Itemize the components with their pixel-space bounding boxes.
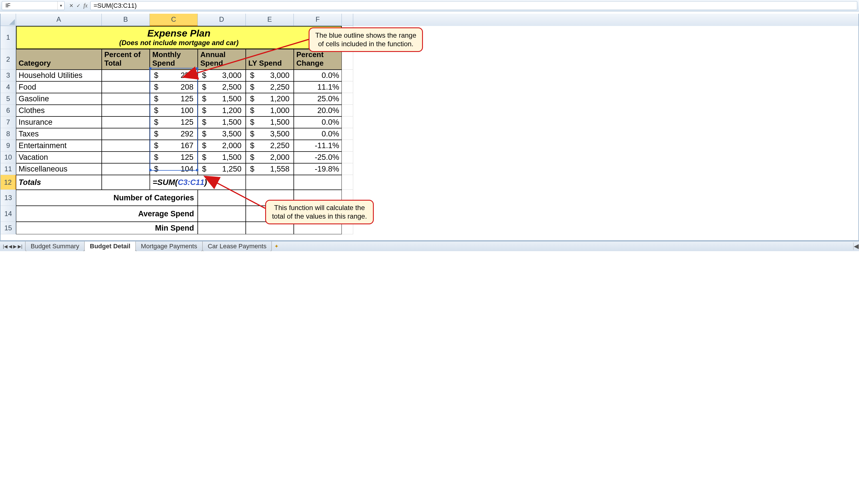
row-header-13[interactable]: 13 xyxy=(1,190,16,206)
cell-category[interactable]: Clothes xyxy=(16,105,102,116)
header-ly-spend[interactable]: LY Spend xyxy=(246,49,294,69)
row-header-10[interactable]: 10 xyxy=(1,152,16,163)
cell-ly-spend[interactable]: $3,000 xyxy=(246,69,294,81)
col-header-A[interactable]: A xyxy=(16,14,102,26)
row-header-5[interactable]: 5 xyxy=(1,93,16,105)
cell-G8[interactable] xyxy=(342,128,353,140)
enter-formula-icon[interactable]: ✓ xyxy=(76,3,80,9)
cell-monthly-spend[interactable]: $208 xyxy=(150,81,198,93)
col-header-C[interactable]: C xyxy=(150,14,198,26)
cell-D13[interactable] xyxy=(198,190,246,206)
header-percent-total[interactable]: Percent of Total xyxy=(102,49,150,69)
cell-G11[interactable] xyxy=(342,163,353,175)
cell-monthly-spend[interactable]: $125 xyxy=(150,116,198,128)
cell-G10[interactable] xyxy=(342,152,353,163)
tab-next-icon[interactable]: ▶ xyxy=(13,244,17,249)
row-header-4[interactable]: 4 xyxy=(1,81,16,93)
row-header-9[interactable]: 9 xyxy=(1,140,16,152)
header-category[interactable]: Category xyxy=(16,49,102,69)
tab-prev-icon[interactable]: ◀ xyxy=(9,244,12,249)
tab-last-icon[interactable]: ▶| xyxy=(18,244,22,249)
cell-ly-spend[interactable]: $1,558 xyxy=(246,163,294,175)
col-header-G[interactable] xyxy=(342,14,353,26)
col-header-D[interactable]: D xyxy=(198,14,246,26)
cell-percent-change[interactable]: -19.8% xyxy=(294,163,342,175)
cell-percent-total[interactable] xyxy=(102,93,150,105)
cell-percent-change[interactable]: 25.0% xyxy=(294,93,342,105)
cell-ly-spend[interactable]: $1,200 xyxy=(246,93,294,105)
cell-D15[interactable] xyxy=(198,222,246,234)
cell-annual-spend[interactable]: $1,500 xyxy=(198,152,246,163)
cell-E12[interactable] xyxy=(246,175,294,190)
cell-percent-change[interactable]: -25.0% xyxy=(294,152,342,163)
header-annual-spend[interactable]: Annual Spend xyxy=(198,49,246,69)
cell-G3[interactable] xyxy=(342,69,353,81)
col-header-F[interactable]: F xyxy=(294,14,342,26)
cell-category[interactable]: Entertainment xyxy=(16,140,102,152)
cell-annual-spend[interactable]: $2,000 xyxy=(198,140,246,152)
cell-percent-change[interactable]: 20.0% xyxy=(294,105,342,116)
cell-monthly-spend[interactable]: $125 xyxy=(150,152,198,163)
cell-F12[interactable] xyxy=(294,175,342,190)
tab-car-lease-payments[interactable]: Car Lease Payments xyxy=(202,241,272,251)
header-percent-change[interactable]: Percent Change xyxy=(294,49,342,69)
cell-annual-spend[interactable]: $2,500 xyxy=(198,81,246,93)
cell-monthly-spend[interactable]: $292 xyxy=(150,128,198,140)
cell-percent-change[interactable]: 11.1% xyxy=(294,81,342,93)
cell-category[interactable]: Household Utilities xyxy=(16,69,102,81)
cell-annual-spend[interactable]: $1,250 xyxy=(198,163,246,175)
cell-num-categories-label[interactable]: Number of Categories xyxy=(16,190,198,206)
cell-annual-spend[interactable]: $1,500 xyxy=(198,116,246,128)
col-header-E[interactable]: E xyxy=(246,14,294,26)
cell-G2[interactable] xyxy=(342,49,353,69)
tab-mortgage-payments[interactable]: Mortgage Payments xyxy=(135,241,202,251)
cell-annual-spend[interactable]: $1,200 xyxy=(198,105,246,116)
name-box-dropdown-icon[interactable]: ▼ xyxy=(58,1,64,10)
cell-annual-spend[interactable]: $3,000 xyxy=(198,69,246,81)
row-header-14[interactable]: 14 xyxy=(1,206,16,222)
row-header-2[interactable]: 2 xyxy=(1,49,16,69)
cell-min-spend-label[interactable]: Min Spend xyxy=(16,222,198,234)
cell-percent-total[interactable] xyxy=(102,105,150,116)
cell-category[interactable]: Insurance xyxy=(16,116,102,128)
row-header-6[interactable]: 6 xyxy=(1,105,16,116)
cell-monthly-spend[interactable]: $250 xyxy=(150,69,198,81)
cancel-formula-icon[interactable]: ✕ xyxy=(69,3,73,9)
cell-totals-label[interactable]: Totals xyxy=(16,175,102,190)
cell-G4[interactable] xyxy=(342,81,353,93)
cell-ly-spend[interactable]: $2,250 xyxy=(246,140,294,152)
row-header-12[interactable]: 12 xyxy=(1,175,16,190)
cell-avg-spend-label[interactable]: Average Spend xyxy=(16,206,198,222)
cell-category[interactable]: Gasoline xyxy=(16,93,102,105)
cell-percent-total[interactable] xyxy=(102,128,150,140)
cell-category[interactable]: Food xyxy=(16,81,102,93)
cell-annual-spend[interactable]: $3,500 xyxy=(198,128,246,140)
tab-budget-detail[interactable]: Budget Detail xyxy=(84,241,136,251)
name-box[interactable]: IF ▼ xyxy=(2,1,64,10)
cell-G9[interactable] xyxy=(342,140,353,152)
cell-percent-total[interactable] xyxy=(102,69,150,81)
cell-percent-total[interactable] xyxy=(102,116,150,128)
cell-percent-change[interactable]: 0.0% xyxy=(294,128,342,140)
select-all-corner[interactable] xyxy=(1,14,16,26)
cell-category[interactable]: Taxes xyxy=(16,128,102,140)
formula-input[interactable]: =SUM(C3:C11) xyxy=(90,1,857,10)
cell-active-formula[interactable]: =SUM(C3:C11) xyxy=(150,175,246,190)
tab-first-icon[interactable]: |◀ xyxy=(3,244,7,249)
row-header-8[interactable]: 8 xyxy=(1,128,16,140)
col-header-B[interactable]: B xyxy=(102,14,150,26)
cell-percent-change[interactable]: 0.0% xyxy=(294,69,342,81)
tab-scroll-right-icon[interactable]: ◀ xyxy=(853,242,859,250)
cell-percent-total[interactable] xyxy=(102,163,150,175)
cell-monthly-spend[interactable]: $167 xyxy=(150,140,198,152)
row-header-1[interactable]: 1 xyxy=(1,26,16,49)
title-cell[interactable]: Expense Plan (Does not include mortgage … xyxy=(16,26,342,49)
cell-ly-spend[interactable]: $1,500 xyxy=(246,116,294,128)
cell-monthly-spend[interactable]: $100 xyxy=(150,105,198,116)
cell-category[interactable]: Vacation xyxy=(16,152,102,163)
row-header-15[interactable]: 15 xyxy=(1,222,16,234)
cell-category[interactable]: Miscellaneous xyxy=(16,163,102,175)
row-header-11[interactable]: 11 xyxy=(1,163,16,175)
cell-percent-total[interactable] xyxy=(102,140,150,152)
cell-ly-spend[interactable]: $3,500 xyxy=(246,128,294,140)
